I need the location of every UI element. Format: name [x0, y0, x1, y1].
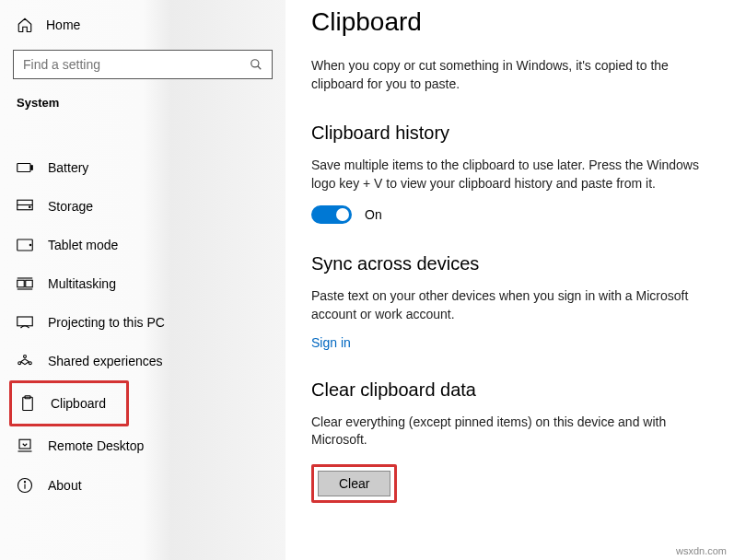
search-icon: [250, 58, 262, 71]
svg-rect-13: [17, 317, 33, 326]
clear-heading: Clear clipboard data: [311, 379, 712, 401]
history-toggle-state: On: [365, 207, 382, 222]
history-heading: Clipboard history: [311, 122, 712, 144]
svg-line-1: [258, 66, 262, 70]
watermark: wsxdn.com: [676, 545, 727, 556]
sync-desc: Paste text on your other devices when yo…: [311, 287, 712, 323]
remote-icon: [17, 438, 33, 453]
svg-point-8: [29, 244, 31, 246]
svg-rect-10: [26, 280, 33, 287]
svg-rect-3: [31, 166, 33, 170]
multitasking-icon: [17, 277, 33, 290]
battery-icon: [17, 162, 33, 173]
sidebar-item-about[interactable]: About: [0, 465, 285, 506]
projecting-icon: [17, 316, 33, 329]
svg-rect-19: [19, 439, 30, 449]
nav-label: Remote Desktop: [48, 438, 144, 453]
svg-point-14: [24, 355, 27, 357]
sidebar-item-clipboard[interactable]: Clipboard: [9, 380, 129, 426]
sidebar-item-storage[interactable]: Storage: [0, 187, 285, 226]
nav-label: About: [48, 478, 82, 493]
search-input[interactable]: [23, 57, 250, 72]
nav-label: Storage: [48, 199, 93, 214]
home-label: Home: [46, 18, 80, 32]
svg-rect-17: [23, 397, 33, 410]
settings-sidebar: Home System Battery Storage Tablet mode: [0, 0, 285, 560]
home-icon: [17, 17, 33, 33]
svg-rect-2: [17, 164, 30, 172]
svg-point-15: [18, 362, 21, 365]
nav-label: Battery: [48, 160, 88, 175]
clipboard-icon: [19, 395, 36, 412]
sync-heading: Sync across devices: [311, 253, 712, 274]
nav-label: Shared experiences: [48, 354, 163, 368]
storage-icon: [17, 199, 33, 214]
sidebar-item-multitasking[interactable]: Multitasking: [0, 264, 285, 303]
svg-point-23: [24, 482, 25, 483]
nav-label: Multitasking: [48, 276, 116, 291]
svg-point-5: [29, 206, 31, 208]
nav-list: Battery Storage Tablet mode Multitasking…: [0, 148, 285, 506]
history-toggle-row: On: [311, 205, 712, 224]
sidebar-item-tablet[interactable]: Tablet mode: [0, 226, 285, 264]
home-row[interactable]: Home: [0, 11, 285, 46]
svg-point-0: [251, 60, 259, 67]
signin-link[interactable]: Sign in: [311, 335, 351, 350]
nav-label: Projecting to this PC: [48, 315, 165, 330]
shared-icon: [17, 354, 33, 368]
nav-label: Tablet mode: [48, 238, 118, 252]
tablet-icon: [17, 239, 33, 251]
sidebar-item-remote[interactable]: Remote Desktop: [0, 426, 285, 465]
page-intro: When you copy or cut something in Window…: [311, 57, 712, 93]
svg-rect-9: [17, 280, 25, 287]
sidebar-item-battery[interactable]: Battery: [0, 148, 285, 187]
clear-button-highlight: Clear: [311, 464, 397, 503]
search-input-wrap[interactable]: [13, 50, 273, 79]
about-icon: [17, 477, 33, 494]
category-label: System: [0, 92, 285, 117]
main-content: Clipboard When you copy or cut something…: [285, 0, 734, 560]
svg-point-16: [29, 362, 31, 365]
history-desc: Save multiple items to the clipboard to …: [311, 157, 712, 192]
clear-button[interactable]: Clear: [318, 471, 390, 496]
sidebar-item-projecting[interactable]: Projecting to this PC: [0, 303, 285, 342]
sidebar-item-shared[interactable]: Shared experiences: [0, 342, 285, 380]
page-title: Clipboard: [311, 7, 712, 37]
clear-desc: Clear everything (except pinned items) o…: [311, 414, 712, 449]
nav-label: Clipboard: [51, 396, 106, 411]
history-toggle[interactable]: [311, 205, 352, 224]
